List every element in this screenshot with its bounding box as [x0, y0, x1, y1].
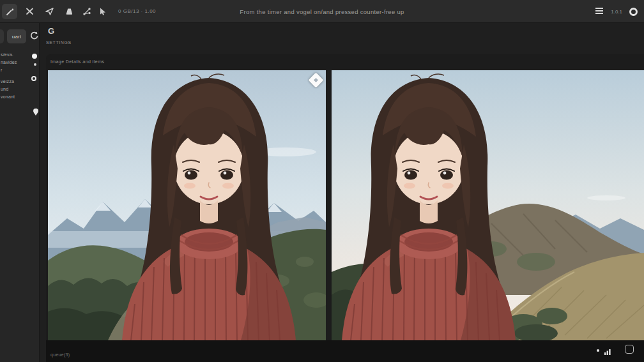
hamburger-icon[interactable] [595, 6, 604, 17]
rail-tab-button[interactable]: uari [7, 29, 26, 43]
board-letter: G [48, 26, 54, 36]
toolbar-left-group: 0 GB/13 · 1.00 [0, 4, 156, 19]
compare-image-left[interactable] [48, 70, 326, 340]
version-text: 1.0.1 [611, 9, 622, 15]
circle-outline-icon[interactable] [31, 76, 36, 81]
app-window: 0 GB/13 · 1.00 From the timer and vogel … [0, 0, 644, 362]
cursor-icon[interactable] [97, 4, 107, 19]
share-icon[interactable] [81, 4, 93, 19]
ring-icon[interactable] [629, 8, 638, 16]
droplet-icon[interactable] [32, 107, 40, 119]
board-subtext: SETTINGS [46, 40, 72, 45]
toolbar-right-group: 1.0.1 [595, 0, 638, 23]
rail-item[interactable]: vonant [1, 94, 15, 99]
top-toolbar: 0 GB/13 · 1.00 From the timer and vogel … [0, 0, 644, 23]
rail-item[interactable]: veizza [1, 79, 14, 84]
left-rail: uari s/eva. navides r veizza und vonant [0, 23, 40, 362]
circle-filled-icon[interactable] [32, 54, 37, 59]
rail-item[interactable]: s/eva. [1, 52, 13, 57]
portrait-scene-left [48, 70, 326, 340]
bag-icon[interactable] [61, 4, 77, 19]
cross-tool-icon[interactable] [22, 4, 37, 19]
plane-icon[interactable] [42, 4, 57, 19]
rail-item[interactable]: r [1, 68, 3, 72]
rail-item[interactable]: navides [1, 60, 17, 64]
chart-bars-icon[interactable] [604, 346, 611, 358]
rail-tab-partial[interactable] [0, 29, 4, 43]
viewer-title: Image Details and items [50, 59, 104, 64]
portrait-scene-right [332, 70, 644, 340]
rail-item[interactable]: und [1, 87, 8, 91]
dot-icon[interactable] [34, 63, 36, 66]
wrench-icon[interactable] [2, 4, 17, 19]
refresh-icon[interactable] [29, 31, 38, 43]
toolbar-center-text: From the timer and vogel on/and pressed … [240, 8, 404, 15]
viewer-footer: queue(3) [46, 340, 644, 362]
dot-icon[interactable] [597, 349, 599, 352]
compare-image-right[interactable] [332, 70, 644, 340]
usage-text: 0 GB/13 · 1.00 [118, 8, 156, 14]
footer-status-text: queue(3) [50, 352, 70, 357]
frame-icon[interactable] [625, 345, 634, 354]
